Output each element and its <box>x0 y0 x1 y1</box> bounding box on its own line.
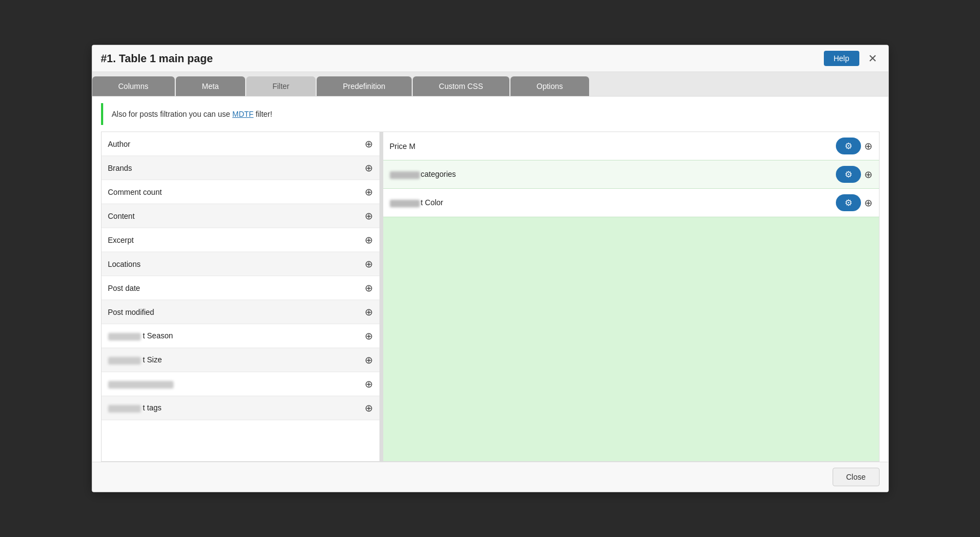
drag-handle-product-season[interactable]: ⊕ <box>365 331 373 341</box>
drag-handle-post-modified[interactable]: ⊕ <box>365 307 373 317</box>
info-text-before: Also for posts filtration you can use <box>112 110 233 118</box>
drag-handle-content[interactable]: ⊕ <box>365 211 373 221</box>
drag-handle-product-size[interactable]: ⊕ <box>365 355 373 365</box>
modal-footer: Close <box>92 462 888 492</box>
drag-handle-post-date[interactable]: ⊕ <box>365 283 373 293</box>
item-label-post-modified: Post modified <box>108 308 155 317</box>
item-label-product-shipping <box>108 379 176 388</box>
item-label-product-tags: t tags <box>108 403 162 412</box>
tab-options[interactable]: Options <box>510 76 589 96</box>
close-x-button[interactable]: ✕ <box>866 53 880 64</box>
list-item: t tags ⊕ <box>102 396 379 420</box>
info-text-after: filter! <box>253 110 272 118</box>
help-button[interactable]: Help <box>824 51 859 66</box>
main-content: Author ⊕ Brands ⊕ Comment count ⊕ Conten… <box>92 132 888 462</box>
modal-overlay: #1. Table 1 main page Help ✕ Columns Met… <box>0 0 980 537</box>
drag-handle-comment-count[interactable]: ⊕ <box>365 187 373 197</box>
item-label-product-color: t Color <box>390 198 443 207</box>
drag-handle-product-color[interactable]: ⊕ <box>864 198 872 208</box>
right-item-price-m: Price M ⚙ ⊕ <box>383 132 879 160</box>
list-item: Excerpt ⊕ <box>102 228 379 252</box>
list-item: Brands ⊕ <box>102 156 379 180</box>
modal-title: #1. Table 1 main page <box>101 52 213 65</box>
list-item: t Size ⊕ <box>102 348 379 372</box>
blur-placeholder <box>390 200 420 207</box>
tab-predefinition[interactable]: Predefinition <box>317 76 412 96</box>
item-label-categories: categories <box>390 170 456 178</box>
close-button[interactable]: Close <box>833 468 880 486</box>
tab-columns[interactable]: Columns <box>92 76 175 96</box>
item-label-product-season: t Season <box>108 331 173 340</box>
list-item: Content ⊕ <box>102 204 379 228</box>
list-item: Author ⊕ <box>102 132 379 156</box>
tab-meta[interactable]: Meta <box>176 76 245 96</box>
blur-placeholder <box>108 381 174 389</box>
drag-handle-product-tags[interactable]: ⊕ <box>365 403 373 413</box>
drag-handle-author[interactable]: ⊕ <box>365 139 373 149</box>
item-label-product-size: t Size <box>108 355 162 364</box>
drag-handle-locations[interactable]: ⊕ <box>365 259 373 269</box>
item-label-author: Author <box>108 140 130 148</box>
list-item: Post modified ⊕ <box>102 300 379 324</box>
right-item-categories: categories ⚙ ⊕ <box>383 160 879 189</box>
drag-handle-categories[interactable]: ⊕ <box>864 170 872 180</box>
blur-placeholder <box>390 171 420 179</box>
modal-titlebar: #1. Table 1 main page Help ✕ <box>92 45 888 72</box>
drag-handle-brands[interactable]: ⊕ <box>365 163 373 173</box>
tabs-bar: Columns Meta Filter Predefinition Custom… <box>92 72 888 97</box>
right-item-controls: ⚙ ⊕ <box>836 194 872 211</box>
info-bar: Also for posts filtration you can use MD… <box>101 103 880 125</box>
item-label-excerpt: Excerpt <box>108 236 134 244</box>
drag-handle-product-shipping[interactable]: ⊕ <box>365 379 373 389</box>
tab-custom-css[interactable]: Custom CSS <box>413 76 509 96</box>
right-item-controls: ⚙ ⊕ <box>836 166 872 183</box>
gear-button-product-color[interactable]: ⚙ <box>836 194 861 211</box>
titlebar-right: Help ✕ <box>824 51 880 66</box>
list-item: Comment count ⊕ <box>102 180 379 204</box>
item-label-comment-count: Comment count <box>108 188 162 196</box>
list-item: t Season ⊕ <box>102 324 379 348</box>
modal: #1. Table 1 main page Help ✕ Columns Met… <box>92 45 889 492</box>
gear-button-categories[interactable]: ⚙ <box>836 166 861 183</box>
list-item: ⊕ <box>102 372 379 396</box>
item-label-post-date: Post date <box>108 284 140 293</box>
list-item: Locations ⊕ <box>102 252 379 276</box>
left-panel: Author ⊕ Brands ⊕ Comment count ⊕ Conten… <box>101 132 379 462</box>
right-item-product-color: t Color ⚙ ⊕ <box>383 189 879 217</box>
tab-filter[interactable]: Filter <box>246 76 316 96</box>
blur-placeholder <box>108 333 141 341</box>
right-panel: Price M ⚙ ⊕ categories ⚙ ⊕ <box>383 132 880 462</box>
item-label-content: Content <box>108 212 135 220</box>
blur-placeholder <box>108 357 141 365</box>
item-label-brands: Brands <box>108 164 132 172</box>
right-item-controls: ⚙ ⊕ <box>836 138 872 154</box>
item-label-price-m: Price M <box>390 142 415 151</box>
gear-button-price-m[interactable]: ⚙ <box>836 138 861 154</box>
drag-handle-excerpt[interactable]: ⊕ <box>365 235 373 245</box>
list-item: Post date ⊕ <box>102 276 379 300</box>
item-label-locations: Locations <box>108 260 141 268</box>
drag-handle-price-m[interactable]: ⊕ <box>864 141 872 151</box>
mdtf-link[interactable]: MDTF <box>233 110 254 118</box>
blur-placeholder <box>108 405 141 413</box>
